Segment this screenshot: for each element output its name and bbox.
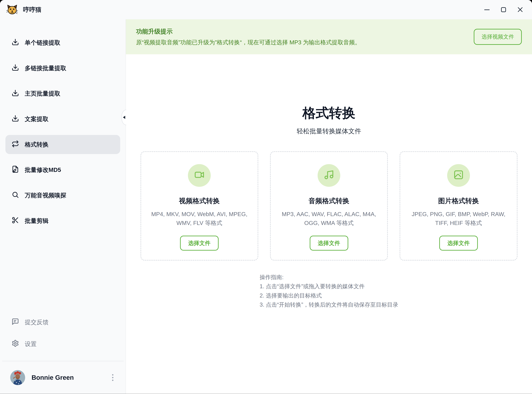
app-title: 哼哼猫 [23, 5, 41, 14]
upgrade-banner: 功能升级提示 原“视频提取音频”功能已升级为”格式转换“，现在可通过选择 MP3… [126, 19, 532, 54]
image-convert-card: 图片格式转换 JPEG, PNG, GIF, BMP, WebP, RAW, T… [400, 151, 517, 260]
sidebar-item-format-convert[interactable]: 格式转换 [5, 135, 120, 154]
select-file-button[interactable]: 选择文件 [310, 236, 348, 251]
card-title: 音频格式转换 [309, 196, 349, 206]
page-title: 格式转换 [126, 104, 532, 122]
repeat-icon [12, 140, 19, 149]
scissors-icon [12, 217, 19, 225]
sidebar-item-label: 万能音视频嗅探 [25, 192, 66, 199]
sidebar-item-feedback[interactable]: 提交反馈 [5, 314, 120, 330]
file-pen-icon [12, 166, 19, 174]
guide-step: 2. 选择要输出的目标格式 [260, 291, 398, 300]
sidebar-spacer [5, 237, 120, 314]
music-note-icon [324, 170, 334, 181]
download-icon [12, 115, 19, 124]
avatar[interactable] [10, 370, 25, 385]
gear-icon [12, 340, 19, 348]
sidebar-item-label: 单个链接提取 [25, 39, 60, 47]
card-formats: MP3, AAC, WAV, FLAC, ALAC, M4A, OGG, WMA… [278, 210, 380, 228]
card-formats: MP4, MKV, MOV, WebM, AVI, MPEG, WMV, FLV… [148, 210, 250, 228]
message-square-icon [12, 318, 19, 327]
sidebar: 单个链接提取 多链接批量提取 主页批量提取 [0, 19, 126, 394]
user-name: Bonnie Green [31, 374, 74, 381]
app-body: 单个链接提取 多链接批量提取 主页批量提取 [0, 19, 532, 394]
card-formats: JPEG, PNG, GIF, BMP, WebP, RAW, TIFF, HE… [407, 210, 510, 228]
icon-circle [447, 164, 470, 187]
banner-message: 原“视频提取音频”功能已升级为”格式转换“，现在可通过选择 MP3 为输出格式提… [136, 39, 361, 46]
page-subtitle: 轻松批量转换媒体文件 [126, 127, 532, 136]
converter-cards: 视频格式转换 MP4, MKV, MOV, WebM, AVI, MPEG, W… [126, 151, 532, 260]
card-title: 视频格式转换 [179, 196, 220, 206]
sidebar-item-copy-extract[interactable]: 文案提取 [5, 109, 120, 129]
sidebar-item-batch-modify-md5[interactable]: 批量修改MD5 [5, 161, 120, 179]
sidebar-item-label: 文案提取 [25, 115, 48, 123]
guide-step: 1. 点击“选择文件”或拖入要转换的媒体文件 [260, 282, 398, 291]
chevron-left-icon [123, 116, 125, 119]
select-video-file-button[interactable]: 选择视频文件 [474, 29, 522, 45]
card-title: 图片格式转换 [438, 196, 479, 206]
banner-texts: 功能升级提示 原“视频提取音频”功能已升级为”格式转换“，现在可通过选择 MP3… [136, 27, 361, 47]
icon-circle [188, 164, 211, 187]
guide-title: 操作指南: [260, 273, 398, 282]
download-icon [12, 64, 19, 73]
sidebar-item-label: 主页批量提取 [25, 90, 60, 98]
close-icon[interactable] [517, 7, 523, 13]
sidebar-item-label: 批量修改MD5 [25, 166, 61, 174]
app-window: 哼哼猫 单个链接提取 [0, 0, 532, 394]
sidebar-item-label: 格式转换 [25, 141, 48, 149]
download-icon [12, 38, 19, 47]
sidebar-item-settings[interactable]: 设置 [5, 336, 120, 352]
screen: 哼哼猫 单个链接提取 [0, 0, 532, 394]
title-bar: 哼哼猫 [0, 0, 532, 19]
maximize-icon[interactable] [501, 7, 507, 13]
guide-step: 3. 点击“开始转换”，转换后的文件将自动保存至目标目录 [260, 300, 398, 309]
search-icon [12, 191, 19, 200]
minimize-icon[interactable] [484, 7, 490, 13]
kebab-menu-icon[interactable] [110, 372, 115, 383]
user-profile: Bonnie Green [5, 361, 120, 394]
video-convert-card: 视频格式转换 MP4, MKV, MOV, WebM, AVI, MPEG, W… [141, 151, 258, 260]
download-icon [12, 89, 19, 98]
select-file-button[interactable]: 选择文件 [439, 236, 478, 251]
sidebar-item-universal-sniffer[interactable]: 万能音视频嗅探 [5, 186, 120, 205]
main-area: 功能升级提示 原“视频提取音频”功能已升级为”格式转换“，现在可通过选择 MP3… [126, 19, 532, 394]
sidebar-item-multi-link-batch-extract[interactable]: 多链接批量提取 [5, 59, 120, 78]
video-camera-icon [194, 170, 204, 181]
sidebar-item-batch-clip[interactable]: 批量剪辑 [5, 211, 120, 230]
sidebar-item-homepage-batch-extract[interactable]: 主页批量提取 [5, 84, 120, 103]
select-file-button[interactable]: 选择文件 [180, 236, 219, 251]
audio-convert-card: 音频格式转换 MP3, AAC, WAV, FLAC, ALAC, M4A, O… [270, 151, 388, 260]
operation-guide: 操作指南: 1. 点击“选择文件”或拖入要转换的媒体文件 2. 选择要输出的目标… [260, 273, 398, 309]
sidebar-item-label: 多链接批量提取 [25, 64, 66, 72]
sidebar-item-label: 批量剪辑 [25, 217, 48, 225]
cat-logo-icon [6, 4, 18, 15]
window-controls [484, 7, 523, 13]
sidebar-item-label: 设置 [25, 340, 37, 348]
image-icon [453, 170, 464, 181]
content: 格式转换 轻松批量转换媒体文件 视频格式转换 MP4, MKV, MOV, We… [126, 54, 532, 394]
sidebar-item-single-link-extract[interactable]: 单个链接提取 [5, 33, 120, 52]
banner-title: 功能升级提示 [136, 27, 361, 36]
sidebar-item-label: 提交反馈 [25, 318, 48, 326]
icon-circle [318, 164, 340, 187]
